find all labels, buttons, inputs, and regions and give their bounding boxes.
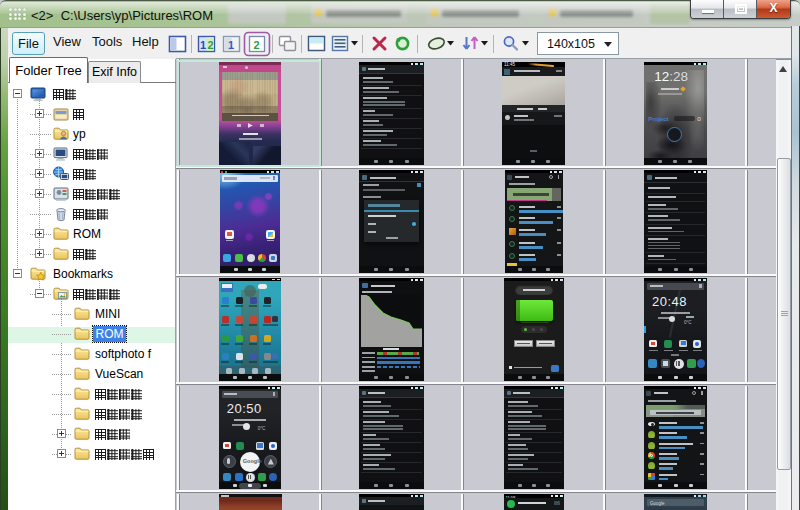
svg-text:1: 1: [228, 39, 234, 51]
svg-text:2: 2: [254, 39, 260, 51]
svg-text:2: 2: [208, 39, 214, 51]
svg-text:1: 1: [200, 39, 206, 51]
